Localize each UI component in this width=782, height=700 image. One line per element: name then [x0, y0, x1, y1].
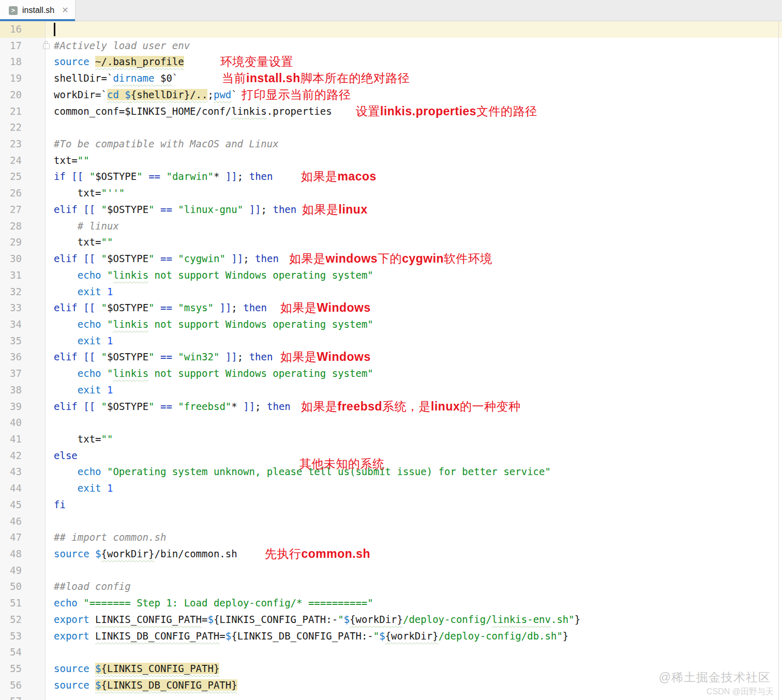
code-line[interactable]: ##load config: [46, 579, 782, 595]
line-number[interactable]: 22: [0, 119, 46, 136]
annotation: 当前install.sh脚本所在的绝对路径: [222, 70, 410, 87]
line-number[interactable]: 20: [0, 87, 46, 103]
code-line[interactable]: ## import common.sh: [46, 529, 782, 546]
code-line[interactable]: [46, 119, 782, 136]
code-line[interactable]: #Actively load user env: [46, 38, 782, 54]
line-number[interactable]: 35: [0, 333, 46, 349]
code-line[interactable]: export LINKIS_CONFIG_PATH=${LINKIS_CONFI…: [46, 612, 782, 628]
code-line[interactable]: echo "Operating system unknown, please t…: [46, 464, 782, 480]
scrollbar-track[interactable]: [778, 21, 779, 700]
code-token: "linux-gnu": [178, 204, 243, 215]
line-number[interactable]: 17: [0, 38, 46, 54]
code-line[interactable]: echo "======= Step 1: Load deploy-config…: [46, 595, 782, 612]
line-number[interactable]: 39: [0, 399, 46, 415]
code-line[interactable]: elif [[ "$OSTYPE" == "linux-gnu" ]]; the…: [46, 202, 782, 218]
line-number[interactable]: 19: [0, 70, 46, 87]
code-line[interactable]: elif [[ "$OSTYPE" == "msys" ]]; then如果是W…: [46, 300, 782, 316]
line-number[interactable]: 28: [0, 218, 46, 235]
line-number[interactable]: 50: [0, 579, 46, 595]
line-number[interactable]: 33: [0, 300, 46, 316]
code-token: ==: [160, 302, 172, 313]
line-number[interactable]: 24: [0, 153, 46, 169]
line-number[interactable]: 49: [0, 562, 46, 579]
code-token: [261, 401, 267, 412]
line-number[interactable]: 52: [0, 612, 46, 628]
code-line[interactable]: source ~/.bash_profile环境变量设置: [46, 54, 782, 70]
code-line[interactable]: exit 1: [46, 333, 782, 349]
code-line[interactable]: [46, 644, 782, 661]
code-line[interactable]: fi: [46, 497, 782, 513]
line-number[interactable]: 37: [0, 366, 46, 382]
line-number[interactable]: 42: [0, 448, 46, 464]
code-line[interactable]: else: [46, 448, 782, 464]
editor-line: 35 exit 1: [0, 333, 782, 349]
line-number[interactable]: 41: [0, 431, 46, 448]
code-line[interactable]: [46, 693, 782, 700]
line-number[interactable]: 55: [0, 661, 46, 677]
code-line[interactable]: source ${workDir}/bin/common.sh先执行common…: [46, 546, 782, 562]
code-line[interactable]: txt="''": [46, 185, 782, 202]
code-token: [[: [83, 204, 95, 215]
code-line[interactable]: [46, 21, 782, 38]
line-number[interactable]: 51: [0, 595, 46, 612]
line-number[interactable]: 36: [0, 349, 46, 366]
code-line[interactable]: elif [[ "$OSTYPE" == "cygwin" ]]; then如果…: [46, 251, 782, 267]
line-number[interactable]: 44: [0, 480, 46, 497]
code-line[interactable]: common_conf=$LINKIS_HOME/conf/linkis.pro…: [46, 103, 782, 120]
code-line[interactable]: if [[ "$OSTYPE" == "darwin"* ]]; then如果是…: [46, 169, 782, 185]
line-number[interactable]: 40: [0, 415, 46, 431]
editor-line: 45fi: [0, 497, 782, 513]
line-number[interactable]: 31: [0, 267, 46, 284]
line-number[interactable]: 54: [0, 644, 46, 661]
line-number[interactable]: 23: [0, 136, 46, 153]
code-line[interactable]: [46, 415, 782, 431]
code-line[interactable]: echo "linkis not support Windows operati…: [46, 267, 782, 284]
code-line[interactable]: exit 1: [46, 480, 782, 497]
code-line[interactable]: export LINKIS_DB_CONFIG_PATH=${LINKIS_DB…: [46, 628, 782, 645]
code-line[interactable]: [46, 562, 782, 579]
code-line[interactable]: exit 1: [46, 284, 782, 300]
code-line[interactable]: # linux: [46, 218, 782, 235]
line-number[interactable]: 47: [0, 529, 46, 546]
code-line[interactable]: txt="": [46, 431, 782, 448]
line-number[interactable]: 27: [0, 202, 46, 218]
line-number[interactable]: 21: [0, 103, 46, 120]
line-number[interactable]: 46: [0, 513, 46, 530]
line-number[interactable]: 34: [0, 316, 46, 333]
line-number[interactable]: 38: [0, 382, 46, 399]
editor-line: 42else: [0, 448, 782, 464]
code-line[interactable]: [46, 513, 782, 530]
line-number[interactable]: 18: [0, 54, 46, 70]
code-line[interactable]: exit 1: [46, 382, 782, 399]
line-number[interactable]: 43: [0, 464, 46, 480]
code-token: ]]: [243, 401, 255, 412]
code-token: [172, 302, 178, 313]
line-number[interactable]: 32: [0, 284, 46, 300]
code-line[interactable]: txt="": [46, 153, 782, 169]
code-line[interactable]: txt="": [46, 234, 782, 251]
line-number[interactable]: 45: [0, 497, 46, 513]
code-line[interactable]: echo "linkis not support Windows operati…: [46, 316, 782, 333]
line-number[interactable]: 29: [0, 234, 46, 251]
code-token: source: [54, 548, 89, 559]
code-line[interactable]: elif [[ "$OSTYPE" == "win32" ]]; then如果是…: [46, 349, 782, 366]
code-line[interactable]: workDir=`cd ${shellDir}/..;pwd`打印显示当前的路径: [46, 87, 782, 103]
line-number[interactable]: 48: [0, 546, 46, 562]
code-line[interactable]: #To be compatible with MacOS and Linux: [46, 136, 782, 153]
line-number[interactable]: 25: [0, 169, 46, 185]
code-line[interactable]: shellDir=`dirname $0`当前install.sh脚本所在的绝对…: [46, 70, 782, 87]
code-line[interactable]: echo "linkis not support Windows operati…: [46, 366, 782, 382]
line-number[interactable]: 16: [0, 21, 46, 38]
line-number[interactable]: 57: [0, 693, 46, 700]
annotation-segment: 文件的路径: [476, 104, 537, 118]
code-token: then: [249, 171, 273, 182]
code-token: not support Windows operating system": [148, 368, 373, 379]
code-token: [267, 204, 273, 215]
code-line[interactable]: elif [[ "$OSTYPE" == "freebsd"* ]]; then…: [46, 399, 782, 415]
tab-close-icon[interactable]: ✕: [62, 6, 68, 14]
line-number[interactable]: 53: [0, 628, 46, 645]
line-number[interactable]: 26: [0, 185, 46, 202]
tab-install-sh[interactable]: > install.sh ✕: [0, 0, 76, 21]
line-number[interactable]: 56: [0, 677, 46, 694]
line-number[interactable]: 30: [0, 251, 46, 267]
